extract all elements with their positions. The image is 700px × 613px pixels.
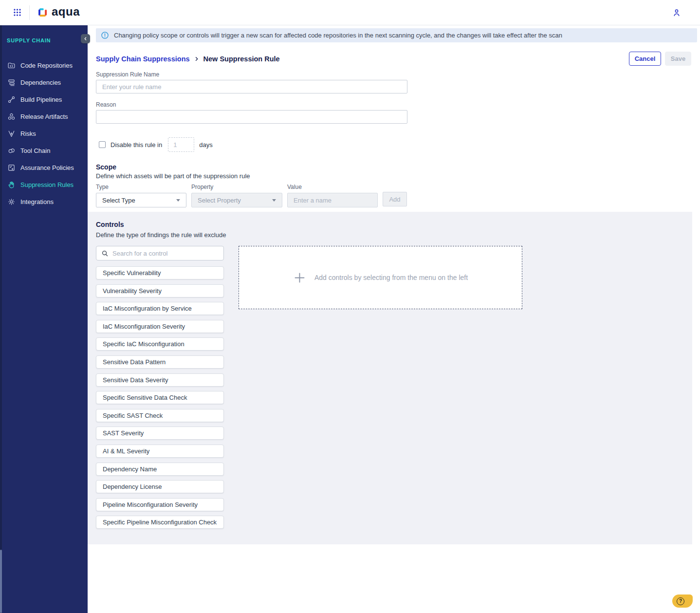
sidebar-item[interactable]: Integrations [0,193,88,210]
control-option[interactable]: Specific Pipeline Misconfiguration Check [96,516,224,529]
tool-chain-icon [7,147,16,155]
breadcrumb-parent-link[interactable]: Supply Chain Suppressions [96,55,190,63]
scope-type-select[interactable]: Select Type [96,193,186,207]
scope-type-label: Type [96,184,186,190]
scope-property-label: Property [191,184,282,190]
control-option-label: AI & ML Severity [103,447,149,455]
scope-value-input[interactable] [287,193,378,207]
control-option[interactable]: Dependency License [96,480,224,493]
plus-icon [293,271,306,284]
control-option[interactable]: Vulnerability Severity [96,284,224,297]
save-button[interactable]: Save [665,52,691,66]
control-option[interactable]: IaC Misconfiguration Severity [96,320,224,333]
disable-rule-checkbox[interactable] [99,141,106,148]
breadcrumb: Supply Chain Suppressions New Suppressio… [96,52,691,66]
control-option-label: Specific Pipeline Misconfiguration Check [103,519,217,526]
rule-name-label: Suppression Rule Name [96,71,159,78]
cancel-button[interactable]: Cancel [629,52,661,66]
policy-info-banner: Changing policy scope or controls will t… [96,28,697,42]
sidebar-item[interactable]: Build Pipelines [0,91,88,108]
dropzone-text: Add controls by selecting from the menu … [314,274,468,281]
control-search [96,246,224,260]
control-option[interactable]: SAST Severity [96,427,224,440]
control-option[interactable]: Specific Sensitive Data Check [96,391,224,404]
aqua-logo-icon [37,7,48,18]
assurance-policies-icon [7,164,16,172]
control-option-label: Dependency Name [103,465,157,473]
banner-text: Changing policy scope or controls will t… [114,32,562,39]
sidebar-item[interactable]: Tool Chain [0,142,88,159]
controls-dropzone[interactable]: Add controls by selecting from the menu … [239,246,522,309]
control-search-input[interactable] [112,250,219,257]
control-option-label: Dependency License [103,483,162,490]
disable-rule-label: Disable this rule in [111,141,162,149]
scope-row: Type Select Type Property Select Propert… [96,184,407,207]
reason-label: Reason [96,101,116,108]
control-option[interactable]: Specific SAST Check [96,409,224,422]
sidebar-item[interactable]: Suppression Rules [0,176,88,193]
controls-title: Controls [96,221,124,228]
scope-property-select[interactable]: Select Property [191,193,282,207]
controls-description: Define the type of findings the rule wil… [96,231,226,239]
control-option-label: Specific Sensitive Data Check [103,394,187,401]
top-bar: aqua [0,0,700,25]
topbar-divider [29,5,30,20]
control-option-label: Pipeline Misconfiguration Severity [103,501,198,508]
chevron-down-icon [176,199,180,202]
question-mark-icon: ? [677,597,684,605]
control-option-label: IaC Misconfiguration Severity [103,323,185,330]
breadcrumb-current: New Suppression Rule [203,55,280,63]
sidebar-nav: Code Repositories Dependencies Build Pip… [0,51,88,210]
sidebar-item-label: Dependencies [20,79,61,86]
chevron-left-icon [83,36,88,41]
control-option[interactable]: Sensitive Data Severity [96,373,224,387]
scope-type-value: Select Type [102,197,135,204]
app-grid-icon[interactable] [13,8,22,17]
sidebar-item-label: Risks [20,130,36,137]
sidebar-section-title: SUPPLY CHAIN [0,25,88,51]
sidebar-item-label: Suppression Rules [20,181,74,188]
sidebar-collapse-button[interactable] [81,34,90,43]
scope-value-label: Value [287,184,378,190]
sidebar: SUPPLY CHAIN Code Repositories Dependenc… [0,25,88,613]
sidebar-item[interactable]: Release Artifacts [0,108,88,125]
control-option[interactable]: IaC Misconfiguration by Service [96,302,224,315]
search-icon [101,250,109,257]
sidebar-item[interactable]: Risks [0,125,88,142]
days-unit-label: days [199,141,212,149]
scope-property-value: Select Property [198,197,241,204]
control-option[interactable]: AI & ML Severity [96,445,224,458]
control-option-label: Sensitive Data Severity [103,376,168,384]
control-option[interactable]: Dependency Name [96,463,224,476]
suppression-rules-icon [7,181,16,189]
sidebar-item[interactable]: Code Repositories [0,57,88,74]
controls-panel: Controls Define the type of findings the… [88,212,692,544]
control-list: Specific Vulnerability Vulnerability Sev… [96,266,224,534]
rule-name-input[interactable] [96,80,407,93]
control-option-label: Specific IaC Misconfiguration [103,340,184,348]
reason-input[interactable] [96,110,407,124]
control-option-label: SAST Severity [103,429,144,437]
aqua-logo[interactable]: aqua [37,6,80,19]
sidebar-item[interactable]: Assurance Policies [0,159,88,176]
sidebar-item[interactable]: Dependencies [0,74,88,91]
user-account-icon[interactable] [672,8,682,18]
integrations-icon [7,198,16,206]
disable-days-input[interactable] [168,137,194,152]
control-option-label: Sensitive Data Pattern [103,358,166,366]
help-launcher-button[interactable]: ? [672,594,693,608]
release-artifacts-icon [7,112,16,121]
disable-rule-row: Disable this rule in days [99,137,213,152]
build-pipelines-icon [7,95,16,104]
sidebar-item-label: Build Pipelines [20,96,62,103]
add-scope-button[interactable]: Add [383,192,407,206]
risks-icon [7,130,16,138]
control-option[interactable]: Pipeline Misconfiguration Severity [96,498,224,511]
control-option[interactable]: Specific Vulnerability [96,266,224,279]
control-option[interactable]: Sensitive Data Pattern [96,355,224,369]
control-option-label: Specific SAST Check [103,412,163,419]
chevron-down-icon [272,199,276,202]
sidebar-item-label: Tool Chain [20,147,50,154]
control-option-label: Vulnerability Severity [103,287,162,295]
control-option[interactable]: Specific IaC Misconfiguration [96,337,224,351]
